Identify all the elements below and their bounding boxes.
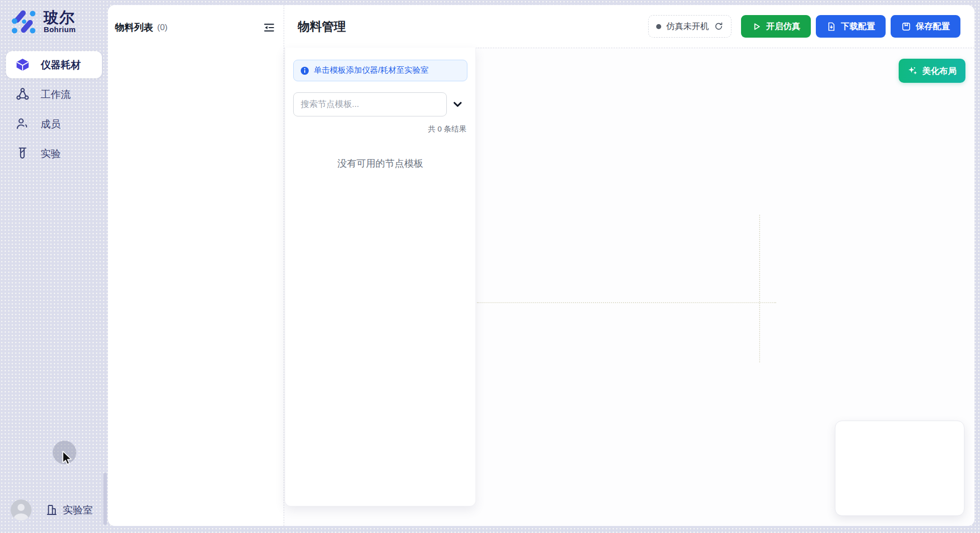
status-dot-icon [656, 24, 661, 29]
sidebar: 玻尔 Bohrium 仪器耗材 [0, 0, 108, 533]
experiment-icon [15, 146, 30, 161]
members-icon [15, 116, 30, 131]
simulation-status-pill: 仿真未开机 [648, 15, 731, 38]
sidebar-item-members[interactable]: 成员 [6, 110, 102, 138]
canvas-minimap[interactable] [835, 421, 964, 516]
logo-subtitle: Bohrium [44, 25, 76, 34]
lab-label: 实验室 [63, 503, 93, 517]
sidebar-item-label: 成员 [41, 117, 61, 131]
save-config-button[interactable]: 保存配置 [891, 15, 960, 38]
save-icon [901, 22, 911, 32]
materials-list-header: 物料列表 (0) [115, 21, 275, 34]
refresh-icon[interactable] [714, 22, 723, 31]
result-count: 共 0 条结果 [285, 124, 466, 134]
download-config-button[interactable]: 下载配置 [816, 15, 886, 38]
node-template-panel: 单击模板添加仪器/耗材至实验室 共 0 条结果 没有可用的节点模板 [285, 48, 476, 506]
sparkles-icon [908, 66, 918, 76]
app-root: 玻尔 Bohrium 仪器耗材 [0, 0, 980, 533]
scrollbar-thumb[interactable] [103, 473, 107, 525]
mouse-cursor [61, 450, 73, 466]
sidebar-item-instruments[interactable]: 仪器耗材 [6, 51, 102, 78]
chevron-down-icon[interactable] [453, 101, 462, 107]
sidebar-nav: 仪器耗材 工作流 [0, 51, 108, 167]
canvas-guide-horizontal [477, 302, 776, 303]
workflow-icon [15, 87, 30, 102]
app-logo: 玻尔 Bohrium [10, 8, 108, 35]
sidebar-item-workflow[interactable]: 工作流 [6, 81, 102, 108]
logo-title: 玻尔 [44, 10, 76, 26]
sidebar-item-experiment[interactable]: 实验 [6, 140, 102, 167]
sidebar-footer: 实验室 [11, 499, 93, 520]
beautify-layout-button[interactable]: 美化布局 [899, 59, 965, 83]
flow-canvas[interactable]: 单击模板添加仪器/耗材至实验室 共 0 条结果 没有可用的节点模板 [284, 48, 974, 526]
page-header: 物料管理 仿真未开机 [284, 5, 974, 48]
materials-list-count: (0) [157, 23, 168, 33]
content-area: 物料管理 仿真未开机 [284, 5, 974, 526]
sidebar-item-label: 工作流 [41, 88, 71, 101]
search-input[interactable] [293, 92, 447, 116]
play-icon [752, 22, 762, 32]
lab-switcher[interactable]: 实验室 [45, 503, 93, 517]
avatar[interactable] [11, 499, 32, 520]
collapse-panel-icon[interactable] [264, 23, 275, 33]
template-search-row [293, 92, 467, 116]
empty-templates-text: 没有可用的节点模板 [285, 157, 475, 170]
building-icon [45, 503, 58, 516]
info-icon [300, 66, 309, 75]
logo-mark-icon [10, 8, 37, 35]
template-hint-banner: 单击模板添加仪器/耗材至实验室 [293, 60, 467, 81]
start-simulation-button[interactable]: 开启仿真 [741, 15, 811, 38]
logo-text: 玻尔 Bohrium [44, 10, 76, 34]
template-hint-text: 单击模板添加仪器/耗材至实验室 [314, 65, 428, 76]
canvas-guide-vertical [759, 215, 760, 362]
sidebar-item-label: 仪器耗材 [41, 58, 81, 72]
materials-list-title: 物料列表 [115, 21, 153, 34]
cube-icon [15, 57, 30, 72]
download-file-icon [826, 22, 836, 32]
sidebar-item-label: 实验 [41, 147, 61, 161]
status-label: 仿真未开机 [666, 21, 709, 32]
materials-list-panel: 物料列表 (0) [108, 5, 284, 526]
page-title: 物料管理 [298, 19, 346, 35]
main-card: 物料列表 (0) 物料管理 仿真未开机 [108, 5, 974, 526]
